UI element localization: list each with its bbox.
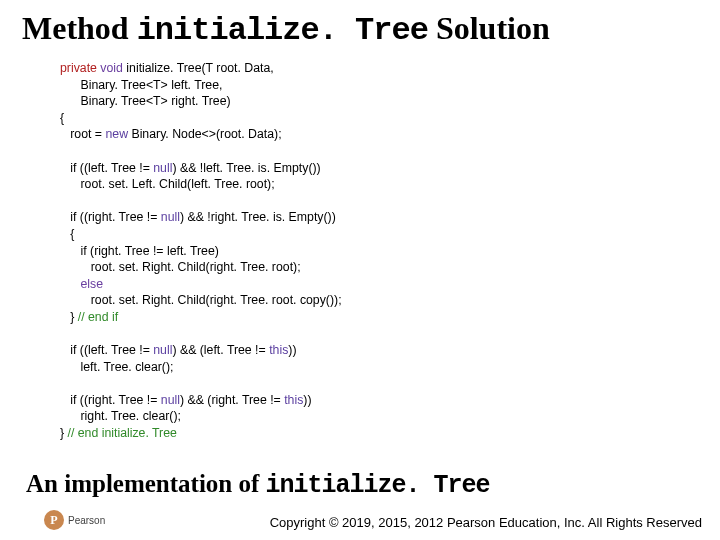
kw-new: new [105,127,128,141]
kw-this: this [284,393,303,407]
kw-void: void [100,61,123,75]
code-block: private void initialize. Tree(T root. Da… [60,60,342,442]
code-line: ) && (right. Tree != [180,393,284,407]
kw-null: null [153,161,172,175]
code-line [60,277,81,291]
code-line: if ((left. Tree != [60,161,153,175]
kw-null: null [161,210,180,224]
code-line: } [60,426,68,440]
comment: // end if [78,310,118,324]
code-line: left. Tree. clear(); [60,360,173,374]
comment: // end initialize. Tree [68,426,177,440]
title-pre: Method [22,10,137,46]
code-line: { [60,227,74,241]
kw-else: else [81,277,104,291]
code-line: Binary. Node<>(root. Data); [128,127,282,141]
logo-wrap: P Pearson [44,510,105,530]
title-mono: initialize. Tree [137,12,428,49]
code-line: } [60,310,78,324]
slide: Method initialize. Tree Solution private… [0,0,720,540]
code-line: root = [60,127,105,141]
code-line: initialize. Tree(T root. Data, [123,61,274,75]
code-line: right. Tree. clear(); [60,409,181,423]
code-line: if ((right. Tree != [60,393,161,407]
title-post: Solution [428,10,550,46]
code-line: root. set. Left. Child(left. Tree. root)… [60,177,275,191]
kw-null: null [153,343,172,357]
logo-letter: P [50,513,57,528]
copyright-footer: Copyright © 2019, 2015, 2012 Pearson Edu… [270,515,702,530]
logo-circle-icon: P [44,510,64,530]
code-line: ) && !right. Tree. is. Empty()) [180,210,336,224]
kw-null: null [161,393,180,407]
code-line: Binary. Tree<T> left. Tree, [60,78,222,92]
slide-title: Method initialize. Tree Solution [22,10,550,49]
code-line: root. set. Right. Child(right. Tree. roo… [60,293,342,307]
pearson-logo: P Pearson [44,510,105,530]
caption: An implementation of initialize. Tree [26,470,490,500]
caption-mono: initialize. Tree [266,471,490,500]
code-line: root. set. Right. Child(right. Tree. roo… [60,260,301,274]
code-line: )) [288,343,296,357]
code-line: if ((left. Tree != [60,343,153,357]
code-line: )) [303,393,311,407]
logo-brand-text: Pearson [68,515,105,526]
code-line: if (right. Tree != left. Tree) [60,244,219,258]
kw-this: this [269,343,288,357]
code-line: ) && (left. Tree != [172,343,269,357]
caption-pre: An implementation of [26,470,266,497]
code-line: if ((right. Tree != [60,210,161,224]
kw-private: private [60,61,97,75]
code-line: ) && !left. Tree. is. Empty()) [172,161,320,175]
code-line: Binary. Tree<T> right. Tree) [60,94,231,108]
code-line: { [60,111,64,125]
